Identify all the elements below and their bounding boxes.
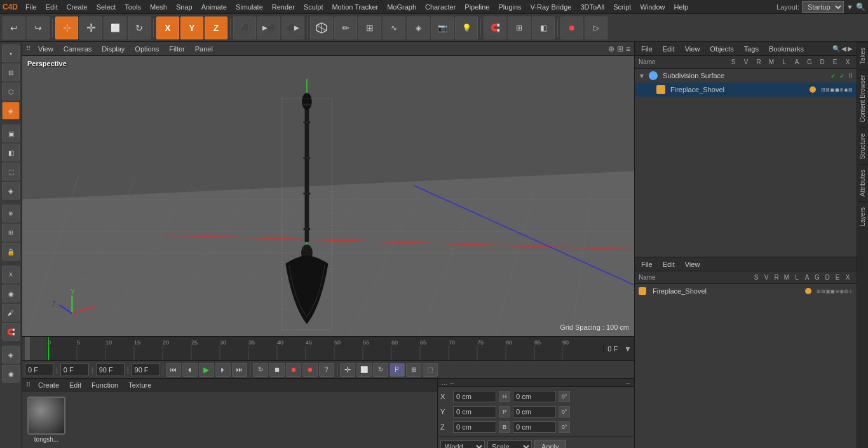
mat-menu-function[interactable]: Function xyxy=(89,380,121,390)
object-deformer-button[interactable]: ◈ xyxy=(407,17,430,39)
selection-tool-button[interactable]: P xyxy=(390,363,405,377)
coord-y-pos[interactable] xyxy=(453,406,496,417)
viewport-drag-handle[interactable]: ⠿ xyxy=(26,45,31,52)
loop-button[interactable]: ↻ xyxy=(253,363,268,377)
help-button[interactable]: ? xyxy=(319,363,334,377)
obj-row-shovel[interactable]: ▶ Fireplace_Shovel ⊞⊠▣◼⊕◉⊠ xyxy=(635,83,857,97)
menu-vray[interactable]: V-Ray Bridge xyxy=(527,2,576,12)
search-icon[interactable]: 🔍 xyxy=(856,3,865,11)
playback-mode-button[interactable]: ▷ xyxy=(585,17,607,39)
attr-menu-view[interactable]: View xyxy=(682,259,703,269)
viewport-maximize-icon[interactable]: ⊕ xyxy=(608,44,614,53)
left-paint[interactable]: ◉ xyxy=(2,365,20,383)
current-frame-input[interactable] xyxy=(25,363,53,376)
snap-button[interactable]: 🧲 xyxy=(484,17,506,39)
record-mode-button[interactable]: ⏺ xyxy=(560,17,583,39)
coord-z-rot[interactable] xyxy=(513,421,556,433)
menu-snap[interactable]: Snap xyxy=(172,2,196,12)
vtab-layers[interactable]: Layers xyxy=(858,201,867,231)
prev-frame-button[interactable]: ⏴ xyxy=(182,363,198,377)
left-solo-on[interactable]: ⊕ xyxy=(2,205,20,222)
move-mode-button[interactable]: ✛ xyxy=(79,17,102,39)
menu-tools[interactable]: Tools xyxy=(121,2,145,12)
obj-menu-tags[interactable]: Tags xyxy=(742,44,761,54)
left-point-mode[interactable]: • xyxy=(2,44,20,62)
end-frame-input[interactable] xyxy=(96,363,125,376)
viewport-menu-view[interactable]: View xyxy=(36,44,56,54)
menu-edit[interactable]: Edit xyxy=(42,2,62,12)
left-use-weightmap[interactable]: ◈ xyxy=(2,182,20,200)
coord-y-angle-btn[interactable]: 0° xyxy=(559,406,570,417)
menu-animate[interactable]: Animate xyxy=(198,2,231,12)
render-all-button[interactable]: ⬛▶ xyxy=(281,17,304,39)
render-region-button[interactable]: ⬛ xyxy=(233,17,256,39)
select-mode-button[interactable]: ⊹ xyxy=(55,17,78,39)
object-pen-button[interactable]: ✏ xyxy=(334,17,357,39)
axis-y-button[interactable]: Y xyxy=(180,17,203,39)
menu-simulate[interactable]: Simulate xyxy=(232,2,267,12)
left-material[interactable]: ◉ xyxy=(2,285,20,302)
attr-menu-file[interactable]: File xyxy=(639,259,655,269)
object-cube-button[interactable] xyxy=(310,17,333,39)
menu-render[interactable]: Render xyxy=(268,2,299,12)
coord-x-h-btn[interactable]: H xyxy=(499,391,510,402)
vtab-takes[interactable]: Takes xyxy=(858,42,867,69)
axis-x-button[interactable]: X xyxy=(156,17,179,39)
start-frame-input[interactable] xyxy=(60,363,89,376)
goto-end-button[interactable]: ⏭ xyxy=(232,363,247,377)
menu-pipeline[interactable]: Pipeline xyxy=(461,2,493,12)
layout-dropdown[interactable]: Startup xyxy=(802,1,844,13)
render-start-input[interactable] xyxy=(132,363,160,376)
viewport-menu-panel[interactable]: Panel xyxy=(193,44,215,54)
mat-menu-edit[interactable]: Edit xyxy=(67,380,84,390)
attr-menu-edit[interactable]: Edit xyxy=(660,259,677,269)
coord-z-b-btn[interactable]: B xyxy=(499,421,510,433)
apply-button[interactable]: Apply xyxy=(534,440,566,448)
coord-x-rot[interactable] xyxy=(513,391,556,402)
viewport-menu-filter[interactable]: Filter xyxy=(166,44,187,54)
obj-row-subdivision[interactable]: ▼ Subdivision Surface ✓ ✓ ⠿ xyxy=(635,69,857,83)
rotate-tool-button[interactable]: ↻ xyxy=(373,363,388,377)
menu-select[interactable]: Select xyxy=(93,2,120,12)
viewport-menu-options[interactable]: Options xyxy=(132,44,161,54)
viewport-canvas[interactable]: X Y Z Perspective Grid Spacing : 100 cm xyxy=(22,56,634,336)
obj-menu-file[interactable]: File xyxy=(639,44,655,54)
menu-window[interactable]: Window xyxy=(636,2,668,12)
coord-y-p-btn[interactable]: P xyxy=(499,406,510,417)
obj-check-1[interactable]: ✓ xyxy=(831,72,836,79)
menu-help[interactable]: Help xyxy=(670,2,693,12)
axis-z-button[interactable]: Z xyxy=(205,17,227,39)
left-use-model[interactable]: ▣ xyxy=(2,125,20,142)
next-frame-button[interactable]: ⏵ xyxy=(215,363,231,377)
timeline-scroll[interactable]: 0 5 10 15 20 25 30 35 40 45 50 55 60 65 xyxy=(48,337,603,361)
coord-x-angle-btn[interactable]: 0° xyxy=(559,391,570,402)
stop-button[interactable]: ⏹ xyxy=(269,363,285,377)
left-brush[interactable]: 🖌 xyxy=(2,304,20,322)
move-tool-button[interactable]: ✛ xyxy=(340,363,355,377)
scale-mode-button[interactable]: ⬜ xyxy=(104,17,126,39)
menu-script[interactable]: Script xyxy=(609,2,635,12)
play-button[interactable]: ▶ xyxy=(199,363,214,377)
redo-button[interactable]: ↪ xyxy=(27,17,50,39)
menu-motion-tracker[interactable]: Motion Tracker xyxy=(328,2,382,12)
scale-tool-button[interactable]: ⬜ xyxy=(356,363,372,377)
goto-start-button[interactable]: ⏮ xyxy=(166,363,181,377)
mat-menu-create[interactable]: Create xyxy=(36,380,62,390)
vtab-structure[interactable]: Structure xyxy=(858,128,867,165)
material-item[interactable]: tongsh... xyxy=(27,397,65,443)
left-xref[interactable]: X xyxy=(2,266,20,283)
viewport-fit-icon[interactable]: ⊞ xyxy=(617,44,623,53)
menu-mograph[interactable]: MoGraph xyxy=(383,2,420,12)
record-auto-button[interactable]: ⏺ xyxy=(302,363,318,377)
menu-character[interactable]: Character xyxy=(421,2,459,12)
material-drag-handle[interactable]: ⠿ xyxy=(26,381,31,388)
obj-search-icon[interactable]: 🔍 ◀ ▶ xyxy=(832,45,853,52)
render-view-button[interactable]: ▶⬛ xyxy=(257,17,280,39)
rotate-mode-button[interactable]: ↻ xyxy=(128,17,151,39)
grid-button[interactable]: ⊞ xyxy=(508,17,531,39)
menu-sculpt[interactable]: Sculpt xyxy=(300,2,327,12)
left-lock[interactable]: 🔒 xyxy=(2,243,20,261)
undo-button[interactable]: ↩ xyxy=(3,17,25,39)
grid-view-button[interactable]: ⊞ xyxy=(406,363,421,377)
coord-z-pos[interactable] xyxy=(453,421,496,433)
